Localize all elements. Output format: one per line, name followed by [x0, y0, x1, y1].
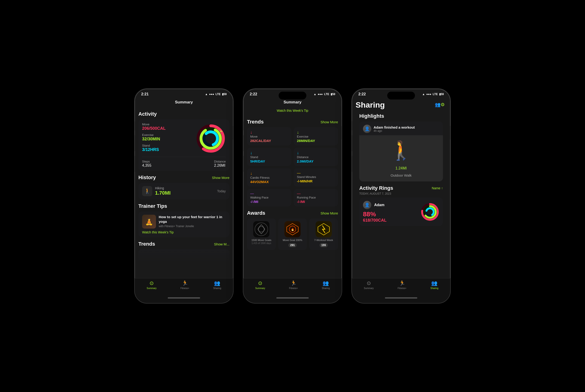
highlight-card[interactable]: 👤 Adam finished a workout 4h ago 🚶 1.24M… — [359, 122, 443, 182]
tab-bar-1: ⊙ Summary 🏃 Fitness+ 👥 Sharing — [135, 278, 233, 295]
tab-summary-3[interactable]: ⊙ Summary — [364, 280, 374, 290]
tab-fitness-2[interactable]: 🏃 Fitness+ — [289, 280, 298, 290]
exercise-value: 32/30MIN — [142, 137, 196, 142]
activity-rings-svg: ➤ ➤ ↑ — [196, 124, 226, 154]
trend-standmin-arrow: — — [297, 171, 335, 175]
trend-stand-min[interactable]: — Stand Minutes -/-MIN/HR — [294, 168, 338, 186]
trends-show-more-p2[interactable]: Show More — [321, 120, 338, 124]
award-move-200[interactable]: 🔥 Move Goal 200% 291 — [278, 218, 307, 250]
trend-stand[interactable]: ↓ Stand 5HR/DAY — [247, 148, 291, 166]
move-value: 206/500CAL — [142, 126, 196, 131]
person-name-row: 👤 Adam — [363, 201, 387, 209]
home-bar-2 — [243, 295, 342, 303]
trend-walking-label: Walking Pace — [250, 196, 288, 199]
trend-distance[interactable]: ↓ Distance 2.0MI/DAY — [294, 148, 338, 166]
activity-card: Move 206/500CAL Exercise 32/30MIN Stand … — [138, 119, 229, 171]
tab-fitness-3[interactable]: 🏃 Fitness+ — [398, 280, 406, 290]
fitness-icon-2: 🏃 — [290, 280, 297, 286]
lte-label: LTE — [216, 92, 221, 96]
fitness-icon-3: 🏃 — [399, 280, 405, 286]
awards-show-more[interactable]: Show More — [321, 211, 338, 215]
award-move200-name: Move Goal 200% — [283, 239, 302, 242]
sharing-icon: 👥 — [214, 280, 220, 286]
tab-summary-label-3: Summary — [364, 287, 374, 290]
home-indicator-2 — [276, 297, 309, 298]
trend-walking[interactable]: — Walking Pace -/-/MI — [247, 189, 291, 206]
trainer-thumbnail: 🧘 — [142, 215, 156, 228]
volume-up-button-2 — [243, 135, 243, 151]
trend-distance-label: Distance — [297, 155, 335, 159]
lte-label-3: LTE — [433, 92, 438, 96]
trends-show-more-p1[interactable]: Show M... — [214, 242, 229, 246]
status-time-1: 2:21 — [141, 92, 149, 96]
summary-icon-3: ⊙ — [367, 280, 371, 286]
tab-sharing-3[interactable]: 👥 Sharing — [430, 280, 438, 290]
stand-row: Stand 3/12HRS — [142, 144, 196, 152]
award-7workout[interactable]: 7-Workout Week 155 — [309, 218, 338, 250]
tab-sharing-2[interactable]: 👥 Sharing — [322, 280, 330, 290]
activity-rings-section: Activity Rings Name ↑ TODAY, AUGUST 7, 2… — [356, 185, 447, 226]
dynamic-island-3 — [387, 92, 415, 100]
sort-button[interactable]: Name ↑ — [432, 186, 443, 190]
trends-title-p2: Trends — [247, 119, 264, 125]
awards-title: Awards — [247, 210, 265, 216]
tab-bar-3: ⊙ Summary 🏃 Fitness+ 👥 Sharing — [352, 278, 450, 295]
award-move200-badge: 🔥 — [284, 221, 301, 237]
trainer-card[interactable]: 🧘 How to set up your feet for warrior 1 … — [138, 212, 229, 237]
trend-move[interactable]: ↓ Move 282CAL/DAY — [247, 127, 291, 146]
award-1500-name: 1500 Move Goals1,415 of 1500 days — [251, 239, 271, 245]
award-move200-count: 291 — [288, 243, 297, 247]
svg-text:➤: ➤ — [220, 130, 222, 133]
tab-sharing-label-3: Sharing — [430, 287, 438, 290]
highlight-meta: Adam finished a workout 4h ago — [374, 125, 415, 132]
activity-rings-person-card[interactable]: 👤 Adam 88% 618/700CAL — [359, 198, 443, 226]
history-show-more[interactable]: Show More — [212, 176, 229, 180]
sharing-group-icon[interactable]: 👥⚙ — [435, 102, 445, 107]
phone1-scroll[interactable]: Activity Move 206/500CAL Exercise 32/30M… — [135, 107, 233, 278]
person-info: 👤 Adam 88% 618/700CAL — [363, 201, 387, 223]
trend-walking-value: -/-/MI — [250, 200, 288, 204]
tab-fitness-1[interactable]: 🏃 Fitness+ — [180, 280, 189, 290]
awards-header: Awards Show More — [247, 210, 338, 216]
award-1500-move[interactable]: 1500 Move Goals1,415 of 1500 days — [247, 218, 276, 250]
highlight-action: Adam finished a workout — [374, 125, 415, 129]
phone3-content: Highlights 👤 Adam finished a workout 4h … — [352, 111, 450, 303]
home-bar-1 — [135, 295, 233, 303]
summary-icon: ⊙ — [149, 280, 154, 286]
walk-icon: 🚶 — [390, 140, 413, 161]
home-indicator-3 — [385, 297, 417, 298]
silent-button-2 — [243, 121, 243, 130]
highlight-distance: 1.24MI — [396, 164, 407, 171]
award-7workout-name: 7-Workout Week — [314, 239, 333, 242]
history-header: History Show More — [138, 174, 229, 180]
history-name: Hiking — [155, 186, 214, 190]
nav-title-2: Summary — [243, 98, 342, 107]
tab-sharing-label-1: Sharing — [213, 287, 221, 290]
phone3-scroll[interactable]: Highlights 👤 Adam finished a workout 4h … — [352, 111, 450, 278]
battery-icon-2: ▮59 — [331, 92, 335, 96]
tip-banner[interactable]: Watch this Week's Tip — [243, 107, 342, 115]
volume-up-button — [134, 135, 135, 151]
trend-cardio[interactable]: ↓ Cardio Fitness 44VO2MAX — [247, 168, 291, 186]
highlight-header: 👤 Adam finished a workout 4h ago — [359, 122, 443, 135]
trend-stand-value: 5HR/DAY — [250, 159, 288, 163]
sharing-icon-3: 👥 — [431, 280, 437, 286]
trend-running[interactable]: — Running Pace -/-/MI — [294, 189, 338, 206]
highlights-title: Highlights — [359, 113, 443, 119]
status-time-2: 2:22 — [250, 92, 257, 96]
activity-rings-title: Activity Rings — [359, 185, 393, 191]
trend-exercise[interactable]: ↓ Exercise 28MIN/DAY — [294, 127, 338, 146]
award-7workout-count: 155 — [320, 243, 328, 247]
home-bar-3 — [352, 295, 450, 303]
phone2-scroll[interactable]: Trends Show More ↓ Move 282CAL/DAY ↓ Exe… — [243, 115, 342, 278]
tab-summary-2[interactable]: ⊙ Summary — [255, 280, 265, 290]
tab-summary-1[interactable]: ⊙ Summary — [147, 280, 157, 290]
activity-rings-date: TODAY, AUGUST 7, 2023 — [359, 192, 443, 195]
trend-exercise-label: Exercise — [297, 135, 335, 138]
history-card[interactable]: 🚶 Hiking 1.70MI Today — [138, 183, 229, 200]
tab-sharing-1[interactable]: 👥 Sharing — [213, 280, 221, 290]
trainer-link[interactable]: Watch this Week's Tip — [142, 230, 226, 234]
distance-label: Distance — [214, 160, 226, 163]
highlight-workout-type: Outdoor Walk — [391, 174, 412, 177]
tab-fitness-label-1: Fitness+ — [180, 287, 189, 290]
